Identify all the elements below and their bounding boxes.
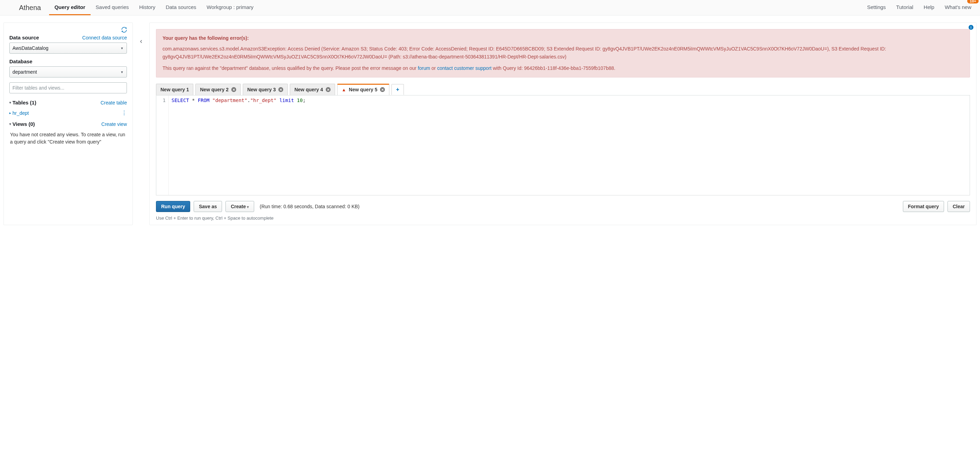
sidebar-collapse-handle[interactable]: ‹ xyxy=(138,37,145,225)
nav-data-sources[interactable]: Data sources xyxy=(161,0,201,15)
nav-workgroup[interactable]: Workgroup : primary xyxy=(202,0,259,15)
chevron-left-icon: ‹ xyxy=(140,37,142,45)
views-empty-text: You have not created any views. To creat… xyxy=(10,130,127,147)
create-table-link[interactable]: Create table xyxy=(101,100,127,105)
database-select[interactable]: department xyxy=(10,67,127,78)
error-footer-pre: This query ran against the "department" … xyxy=(162,65,418,71)
datasource-label: Data source xyxy=(10,35,39,40)
close-icon[interactable]: ✕ xyxy=(278,87,283,92)
format-query-button[interactable]: Format query xyxy=(903,201,944,212)
database-value: department xyxy=(13,69,37,75)
connect-datasource-link[interactable]: Connect data source xyxy=(82,35,127,40)
tables-header-text: Tables (1) xyxy=(13,100,36,105)
table-name[interactable]: hr_dept xyxy=(13,110,29,116)
kw-limit: limit xyxy=(279,97,294,103)
tabs-row: New query 1 New query 2 ✕ New query 3 ✕ … xyxy=(156,84,970,95)
tab-query-4[interactable]: New query 4 ✕ xyxy=(290,84,335,95)
error-footer-post: with Query Id: 96426bb1-118f-436e-bba1-7… xyxy=(492,65,615,71)
views-header[interactable]: ▾ Views (0) xyxy=(10,121,35,127)
token-star: * xyxy=(192,97,195,103)
token-semi: ; xyxy=(302,97,305,103)
top-nav: Athena Query editor Saved queries Histor… xyxy=(0,0,980,16)
save-as-button[interactable]: Save as xyxy=(194,201,222,212)
datasource-value: AwsDataCatalog xyxy=(13,45,48,51)
filter-input[interactable] xyxy=(10,82,127,93)
views-header-text: Views (0) xyxy=(13,121,35,127)
error-body: com.amazonaws.services.s3.model.AmazonS3… xyxy=(162,45,963,61)
database-label: Database xyxy=(10,59,32,64)
table-menu-icon[interactable]: ⋮ xyxy=(121,110,127,116)
workspace: Data source Connect data source AwsDataC… xyxy=(0,16,980,232)
datasource-select[interactable]: AwsDataCatalog xyxy=(10,43,127,54)
caret-down-icon: ▾ xyxy=(10,101,11,105)
nav-query-editor[interactable]: Query editor xyxy=(49,0,90,15)
support-link[interactable]: contact customer support xyxy=(437,65,492,71)
brand: Athena xyxy=(19,4,41,12)
sql-editor[interactable]: 1 SELECT * FROM "department"."hr_dept" l… xyxy=(156,95,970,196)
token-dot: . xyxy=(247,97,250,103)
close-icon[interactable]: ✕ xyxy=(380,87,385,92)
nav-right: Settings Tutorial Help What's new 10+ xyxy=(862,0,977,15)
create-view-link[interactable]: Create view xyxy=(101,121,127,127)
table-row: ▸ hr_dept ⋮ xyxy=(10,108,127,121)
tab-label: New query 2 xyxy=(200,87,228,92)
nav-whats-new[interactable]: What's new 10+ xyxy=(940,0,977,15)
run-query-button[interactable]: Run query xyxy=(156,201,190,212)
add-tab-button[interactable]: + xyxy=(391,84,404,95)
tab-query-1[interactable]: New query 1 xyxy=(156,84,193,95)
nav-saved-queries[interactable]: Saved queries xyxy=(91,0,134,15)
error-footer: This query ran against the "department" … xyxy=(162,64,963,72)
tab-query-3[interactable]: New query 3 ✕ xyxy=(243,84,288,95)
tab-label: New query 5 xyxy=(349,87,377,92)
caret-down-icon: ▾ xyxy=(10,122,11,126)
whats-new-label: What's new xyxy=(945,4,971,10)
editor-gutter: 1 xyxy=(156,96,169,195)
whats-new-badge: 10+ xyxy=(967,0,978,3)
tab-label: New query 1 xyxy=(161,87,189,92)
sidebar: Data source Connect data source AwsDataC… xyxy=(3,22,133,225)
tab-query-2[interactable]: New query 2 ✕ xyxy=(196,84,240,95)
editor-code[interactable]: SELECT * FROM "department"."hr_dept" lim… xyxy=(169,96,309,195)
create-dropdown[interactable]: Create xyxy=(226,201,254,212)
tab-label: New query 3 xyxy=(247,87,275,92)
clear-button[interactable]: Clear xyxy=(948,201,970,212)
error-box: Your query has the following error(s): c… xyxy=(156,29,970,78)
tab-query-5[interactable]: ▲ New query 5 ✕ xyxy=(337,84,389,95)
tab-label: New query 4 xyxy=(294,87,323,92)
error-title: Your query has the following error(s): xyxy=(162,34,963,42)
tables-header[interactable]: ▾ Tables (1) xyxy=(10,100,36,105)
token-db: "department" xyxy=(212,97,247,103)
triangle-right-icon[interactable]: ▸ xyxy=(10,111,11,115)
nav-history[interactable]: History xyxy=(134,0,161,15)
warning-icon: ▲ xyxy=(342,87,346,92)
token-table: "hr_dept" xyxy=(250,97,277,103)
action-row: Run query Save as Create (Run time: 0.68… xyxy=(156,201,970,212)
token-num: 10 xyxy=(297,97,303,103)
close-icon[interactable]: ✕ xyxy=(231,87,236,92)
run-status: (Run time: 0.68 seconds, Data scanned: 0… xyxy=(260,204,360,209)
kw-from: FROM xyxy=(198,97,210,103)
hint-text: Use Ctrl + Enter to run query, Ctrl + Sp… xyxy=(156,215,970,221)
forum-link[interactable]: forum xyxy=(418,65,430,71)
close-icon[interactable]: ✕ xyxy=(326,87,331,92)
nav-help[interactable]: Help xyxy=(918,0,940,15)
kw-select: SELECT xyxy=(172,97,189,103)
error-or: or xyxy=(430,65,437,71)
nav-left: Query editor Saved queries History Data … xyxy=(49,0,862,15)
main-panel: i Your query has the following error(s):… xyxy=(150,22,977,225)
refresh-icon[interactable] xyxy=(121,27,127,32)
nav-tutorial[interactable]: Tutorial xyxy=(891,0,918,15)
nav-settings[interactable]: Settings xyxy=(862,0,891,15)
info-icon[interactable]: i xyxy=(969,25,974,30)
